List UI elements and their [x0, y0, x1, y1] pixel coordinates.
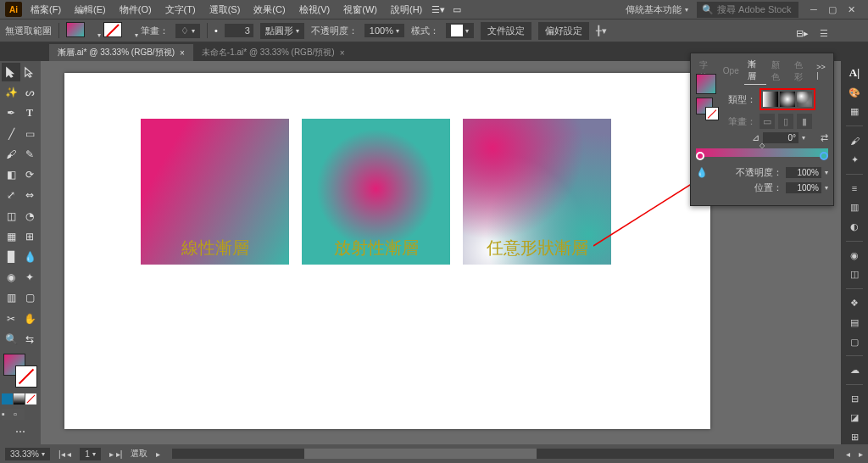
align-icon[interactable]: ╂▾	[596, 25, 607, 36]
pref-setup-button[interactable]: 偏好設定	[538, 22, 589, 40]
panel-more-icon[interactable]: >> |	[816, 63, 828, 80]
window-maximize[interactable]: ▢	[827, 4, 837, 14]
edit-toolbar[interactable]: ⋯	[2, 422, 39, 441]
fill-stroke-swatch[interactable]: ▾	[66, 22, 97, 39]
symbol-sprayer-tool[interactable]: ✦	[20, 268, 39, 287]
pencil-tool[interactable]: ✎	[20, 145, 39, 164]
rotate-tool[interactable]: ⟳	[20, 165, 39, 184]
linear-gradient-button[interactable]	[763, 92, 778, 107]
pref-menu-icon[interactable]: ☰	[815, 25, 832, 41]
pen-tool[interactable]: ✒	[2, 103, 20, 122]
stroke-panel-icon[interactable]: ≡	[845, 181, 864, 196]
selection-tool[interactable]	[2, 63, 20, 81]
gradient-fill-swatch[interactable]	[696, 98, 713, 114]
menu-select[interactable]: 選取(S)	[204, 2, 246, 18]
close-tab-icon[interactable]: ×	[180, 48, 185, 58]
transform-panel-icon[interactable]: ⊞	[845, 430, 864, 444]
properties-panel-icon[interactable]: A|	[845, 66, 864, 81]
color-panel-icon[interactable]: 🎨	[845, 86, 864, 100]
opacity-input[interactable]	[786, 167, 821, 178]
free-transform-tool[interactable]: ◫	[2, 207, 20, 226]
stroke-profile[interactable]: 點圓形 ▾	[260, 23, 304, 39]
lasso-tool[interactable]: ᔕ	[20, 83, 39, 102]
freeform-gradient-button[interactable]	[797, 92, 812, 107]
graphic-styles-icon[interactable]: ◫	[845, 267, 864, 282]
screen-mode-full[interactable]: ▫	[14, 409, 25, 420]
symbols-panel-icon[interactable]: ✦	[845, 153, 864, 167]
slice-tool[interactable]: ✂	[2, 310, 20, 328]
menu-window[interactable]: 視窗(W)	[338, 2, 382, 18]
screen-mode-normal[interactable]: ▪	[2, 409, 13, 420]
pos-dd[interactable]: ▾	[825, 184, 828, 192]
eyedropper-tool[interactable]: 💧	[20, 248, 39, 266]
rectangle-tool[interactable]: ▭	[20, 125, 39, 143]
menu-view[interactable]: 檢視(V)	[294, 2, 336, 18]
gradient-tool[interactable]: ▉	[2, 248, 20, 266]
menu-file[interactable]: 檔案(F)	[25, 2, 66, 18]
stroke-weight[interactable]: ♢ ▾	[175, 24, 200, 38]
gradient-panel-icon[interactable]: ▥	[845, 200, 864, 215]
magic-wand-tool[interactable]: ✨	[2, 83, 20, 102]
scroll-left-icon[interactable]: ◂	[846, 449, 850, 459]
pathfinder-panel-icon[interactable]: ◪	[845, 411, 864, 426]
menu-object[interactable]: 物件(O)	[114, 2, 157, 18]
opacity-dd[interactable]: 100% ▾	[364, 24, 404, 37]
gradient-slider[interactable]: ◇	[696, 148, 828, 164]
style-dd[interactable]: ▾	[446, 23, 474, 38]
brush-tool[interactable]: 🖌	[2, 145, 20, 164]
mesh-tool[interactable]: ⊞	[20, 227, 39, 246]
toggle-fill-stroke[interactable]: ⇆	[20, 330, 39, 349]
nav-next-last[interactable]: ▸ ▸|	[109, 449, 122, 459]
zoom-dd[interactable]: 33.33% ▾	[5, 448, 50, 460]
scale-tool[interactable]: ⤢	[2, 186, 20, 204]
brushes-panel-icon[interactable]: 🖌	[845, 133, 864, 148]
perspective-tool[interactable]: ▦	[2, 227, 20, 246]
radial-gradient-button[interactable]	[780, 92, 795, 107]
nav-prev-first[interactable]: |◂ ◂	[58, 449, 71, 459]
libraries-panel-icon[interactable]: ☁	[845, 363, 864, 377]
artboard-tool[interactable]: ▢	[20, 288, 39, 307]
opacity-dd[interactable]: ▾	[825, 169, 828, 176]
hand-tool[interactable]: ✋	[20, 310, 39, 328]
page-dd[interactable]: 1 ▾	[80, 448, 101, 460]
asset-export-icon[interactable]: ▤	[845, 315, 864, 330]
search-stock[interactable]: 🔍 搜尋 Adobe Stock	[697, 2, 798, 18]
doc-tab-2[interactable]: 未命名-1.ai* @ 33.33% (RGB/預視) ×	[193, 44, 353, 61]
menu-help[interactable]: 說明(H)	[386, 2, 427, 18]
menu-edit[interactable]: 編輯(E)	[70, 2, 111, 18]
shape-builder-tool[interactable]: ◔	[20, 207, 39, 226]
status-chevron[interactable]: ▸	[156, 449, 160, 459]
square-linear[interactable]: 線性漸層	[141, 119, 289, 265]
gradient-stop-2[interactable]	[820, 152, 828, 160]
mode-none[interactable]	[25, 393, 36, 404]
menu-type[interactable]: 文字(T)	[160, 2, 201, 18]
blend-tool[interactable]: ◉	[2, 268, 20, 287]
pref-icon[interactable]: ⊟▸	[793, 25, 810, 41]
menu-effect[interactable]: 效果(C)	[248, 2, 290, 18]
doc-tab-1[interactable]: 漸層.ai* @ 33.33% (RGB/預視) ×	[49, 44, 193, 61]
artboards-panel-icon[interactable]: ▢	[845, 335, 864, 349]
bar-icon[interactable]: ☰▾	[431, 2, 446, 17]
transparency-panel-icon[interactable]: ◐	[845, 220, 864, 234]
workspace-switcher[interactable]: 傳統基本功能▾	[620, 2, 693, 18]
angle-dd[interactable]: ▾	[802, 134, 805, 142]
line-tool[interactable]: ╱	[2, 125, 20, 143]
square-freeform[interactable]: 任意形狀漸層	[463, 119, 611, 265]
mode-gradient[interactable]	[14, 393, 25, 404]
pos-input[interactable]	[786, 182, 821, 193]
align-panel-icon[interactable]: ⊟	[845, 392, 864, 406]
reverse-icon[interactable]: ⇄	[821, 132, 828, 143]
color-picker[interactable]	[3, 354, 37, 388]
panel-tab-swatch[interactable]: 色彩	[791, 58, 813, 85]
mode-color[interactable]	[2, 393, 13, 404]
angle-input[interactable]	[763, 132, 798, 143]
gradient-stop-1[interactable]	[696, 152, 704, 160]
h-scrollbar[interactable]	[172, 449, 834, 459]
type-tool[interactable]: T	[20, 103, 39, 122]
window-minimize[interactable]: ─	[809, 4, 819, 14]
swatches-panel-icon[interactable]: ▦	[845, 105, 864, 120]
arrange-icon[interactable]: ▭	[449, 2, 465, 17]
scroll-right-icon[interactable]: ▸	[859, 449, 863, 459]
layers-panel-icon[interactable]: ❖	[845, 296, 864, 310]
eyedropper-icon[interactable]: 💧	[696, 167, 708, 178]
